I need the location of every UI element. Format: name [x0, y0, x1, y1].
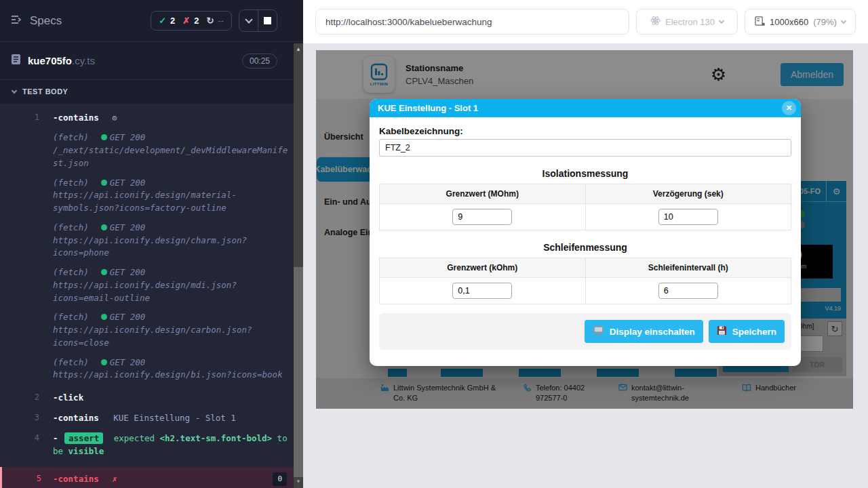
success-dot-icon: [101, 134, 107, 140]
command-assert[interactable]: 4 - assert expected <h2.text-sm.font-bol…: [0, 428, 303, 461]
fetch-log-3[interactable]: (fetch)GET 200 https://api.iconify.desig…: [0, 218, 303, 263]
check-icon: ✓: [159, 16, 166, 26]
retry-count-badge: 0: [273, 472, 287, 486]
viewport-icon: [755, 16, 765, 28]
modal-footer: Display einschalten Speichern: [379, 313, 791, 350]
isolation-delay-input[interactable]: [658, 209, 718, 225]
aut-toolbar: http://localhost:3000/kabelueberwachung …: [303, 0, 868, 43]
success-dot-icon: [101, 224, 107, 230]
fetch-log-4[interactable]: (fetch)GET 200 https://api.iconify.desig…: [0, 263, 303, 308]
scroll-down-arrow-icon[interactable]: ▼: [294, 477, 303, 487]
spec-row[interactable]: kue705fo.cy.ts 00:25: [0, 42, 303, 80]
cable-name-input[interactable]: [379, 139, 791, 157]
fetch-log-5[interactable]: (fetch)GET 200 https://api.iconify.desig…: [0, 308, 303, 352]
spec-file-icon: [11, 54, 21, 68]
fetch-log-6[interactable]: (fetch)GET 200 https://api.iconify.desig…: [0, 353, 303, 386]
reporter-scrollbar[interactable]: ▲ ▼: [294, 43, 303, 488]
spec-name: kue705fo.cy.ts: [28, 55, 95, 66]
specs-list-icon[interactable]: [11, 15, 23, 27]
assert-badge: assert: [64, 432, 103, 444]
x-icon: ✗: [182, 16, 190, 26]
electron-icon: [650, 16, 660, 28]
stop-run-button[interactable]: [258, 10, 277, 31]
fetch-url: /_next/static/development/_devMiddleware…: [53, 144, 288, 170]
passed-stat: ✓2: [159, 16, 175, 26]
modal-title: KUE Einstellung - Slot 1: [378, 103, 478, 113]
command-click[interactable]: 2 -click: [0, 388, 303, 408]
command-contains-3[interactable]: 3 -contains KUE Einstellung - Slot 1: [0, 408, 303, 428]
address-bar[interactable]: http://localhost:3000/kabelueberwachung: [315, 9, 629, 35]
modal-body: Kabelbezeichnung: Isolationsmessung Gren…: [370, 117, 801, 350]
isolation-col1-header: Grenzwert (MOhm): [380, 184, 586, 204]
cypress-reporter-panel: Specs ✓2 ✗2 ↻-- kue705fo.cy.ts 00:25 TES…: [0, 0, 303, 488]
isolation-table: Grenzwert (MOhm) Verzögerung (sek): [379, 184, 791, 230]
fetch-url: https://api.iconify.design/bi.json?icons…: [53, 369, 288, 382]
spec-duration-badge: 00:25: [242, 54, 277, 68]
chevron-down-icon: [12, 87, 17, 93]
fetch-url: https://api.iconify.design/material-symb…: [53, 189, 288, 215]
fetch-url: https://api.iconify.design/carbon.json?i…: [53, 324, 288, 350]
command-contains-1[interactable]: 1 -contains ⚙: [0, 108, 303, 128]
fetch-url: https://api.iconify.design/mdi.json?icon…: [53, 279, 288, 305]
isolation-limit-input[interactable]: [452, 209, 512, 225]
collapse-runs-button[interactable]: [239, 10, 258, 31]
pending-stat: ↻--: [206, 16, 224, 26]
isolation-section-title: Isolationsmessung: [379, 168, 791, 179]
loop-limit-input[interactable]: [452, 283, 512, 299]
scroll-up-arrow-icon[interactable]: ▲: [294, 45, 303, 54]
success-dot-icon: [101, 314, 107, 320]
kue-settings-modal: KUE Einstellung - Slot 1 ✕ Kabelbezeichn…: [370, 99, 801, 366]
chevron-down-icon: [719, 18, 724, 24]
test-body-section[interactable]: TEST BODY: [0, 80, 303, 103]
success-dot-icon: [101, 269, 107, 275]
app-under-test: LITTWIN Stationsname CPLV4_Maschen ⚙ Abm…: [316, 50, 853, 409]
loop-col1-header: Grenzwert (kOhm): [380, 258, 586, 278]
close-icon[interactable]: ✕: [782, 101, 796, 115]
loop-section-title: Schleifenmessung: [379, 242, 791, 253]
loop-col2-header: Schleifenintervall (h): [585, 258, 791, 278]
restart-icon: ↻: [206, 16, 214, 26]
display-on-button[interactable]: Display einschalten: [585, 320, 703, 343]
fetch-log-2[interactable]: (fetch)GET 200 https://api.iconify.desig…: [0, 174, 303, 218]
viewport-select[interactable]: 1000x660 (79%): [745, 9, 856, 35]
reporter-header: Specs ✓2 ✗2 ↻--: [0, 0, 303, 42]
fetch-url: https://api.iconify.design/charm.json?ic…: [53, 235, 288, 260]
monitor-icon: [593, 325, 604, 338]
failed-stat: ✗2: [182, 16, 199, 26]
loop-interval-input[interactable]: [658, 283, 718, 299]
cable-name-label: Kabelbezeichnung:: [379, 126, 791, 136]
success-dot-icon: [101, 180, 107, 186]
loop-table: Grenzwert (kOhm) Schleifenintervall (h): [379, 258, 791, 304]
fetch-log-1[interactable]: (fetch)GET 200 /_next/static/development…: [0, 128, 303, 173]
fail-x-icon: ✗: [112, 474, 117, 484]
floppy-disk-icon: [717, 325, 727, 338]
command-log: 1 -contains ⚙ (fetch)GET 200 /_next/stat…: [0, 104, 303, 488]
success-dot-icon: [101, 359, 107, 365]
save-button[interactable]: Speichern: [709, 320, 785, 343]
chevron-down-icon: [841, 18, 846, 24]
modal-title-bar: KUE Einstellung - Slot 1 ✕: [370, 99, 801, 117]
isolation-col2-header: Verzögerung (sek): [585, 184, 791, 204]
command-contains-failed[interactable]: 5 -contains ✗ 0: [0, 467, 303, 488]
stop-icon: [264, 17, 271, 24]
gear-icon: ⚙: [112, 113, 117, 123]
chevron-down-icon: [245, 16, 252, 23]
run-controls: [239, 9, 277, 32]
browser-select[interactable]: Electron 130: [636, 9, 738, 35]
run-stats: ✓2 ✗2 ↻--: [151, 11, 232, 30]
scrollbar-thumb[interactable]: [294, 267, 303, 477]
specs-title: Specs: [30, 14, 62, 28]
